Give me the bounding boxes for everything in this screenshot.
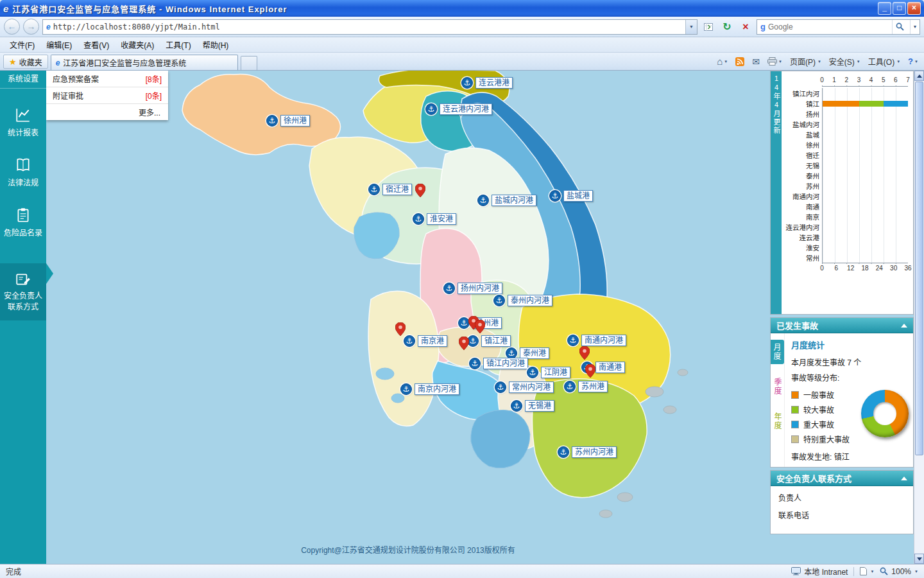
active-tab[interactable]: e 江苏省港口安全监管与应急管理系统 bbox=[51, 55, 238, 70]
menu-item[interactable]: 文件(F) bbox=[4, 37, 40, 52]
accident-location-label: 事故发生地: bbox=[791, 453, 832, 462]
menu-item[interactable]: 编辑(E) bbox=[40, 37, 78, 52]
chart-row: 无锡 bbox=[782, 160, 913, 170]
port-label: 常州内河港 bbox=[509, 381, 554, 393]
sidebar-item-safety-contacts[interactable]: 安全负责人 联系方式 bbox=[0, 263, 46, 320]
toolbar-button[interactable]: 工具(O)▼ bbox=[868, 56, 900, 67]
menu-item[interactable]: 收藏夹(A) bbox=[115, 37, 160, 52]
sidebar-item-system-settings[interactable]: 系统设置 bbox=[0, 71, 46, 89]
anchor-icon: ⚓ bbox=[368, 184, 380, 195]
stop-button[interactable]: × bbox=[738, 19, 753, 35]
url-input[interactable] bbox=[53, 22, 683, 31]
port-marker[interactable]: ⚓南京内河港 bbox=[400, 383, 412, 395]
legend-label: 较大事故 bbox=[803, 404, 834, 415]
back-button[interactable]: ← bbox=[4, 19, 20, 35]
chart-update-label: 14年4月更新 bbox=[771, 71, 782, 314]
port-marker[interactable]: ⚓无锡港 bbox=[511, 400, 522, 412]
forward-button[interactable]: → bbox=[23, 19, 39, 35]
map-area[interactable]: 应急预案备案 [8条] 附证审批 [0条] 更多... ⚓连云港港⚓连云港内河港… bbox=[46, 71, 770, 564]
vertical-scrollbar[interactable] bbox=[914, 71, 924, 564]
contact-panel-header[interactable]: 安全负责人联系方式 bbox=[771, 471, 913, 486]
accident-pin-icon[interactable] bbox=[459, 337, 469, 353]
sidebar-collapse-handle[interactable] bbox=[46, 263, 53, 284]
print-button[interactable]: ▼ bbox=[767, 57, 782, 66]
port-marker[interactable]: ⚓镇江内河港 bbox=[469, 358, 481, 369]
chart-category-label: 连云港 bbox=[782, 232, 822, 242]
search-input[interactable] bbox=[768, 22, 889, 31]
collapse-chevron-icon[interactable] bbox=[901, 477, 907, 480]
scroll-down-button[interactable] bbox=[914, 554, 924, 564]
menu-item[interactable]: 帮助(H) bbox=[197, 37, 235, 52]
port-marker[interactable]: ⚓苏州内河港 bbox=[558, 446, 569, 458]
scrollbar-thumb[interactable] bbox=[915, 82, 923, 455]
sidebar-item-statistics[interactable]: 统计报表 bbox=[0, 107, 46, 137]
toolbar-button[interactable]: 安全(S)▼ bbox=[829, 56, 860, 67]
menu-item[interactable]: 查看(V) bbox=[78, 37, 115, 52]
search-button[interactable] bbox=[892, 20, 907, 34]
feed-button[interactable] bbox=[735, 57, 744, 66]
port-marker[interactable]: ⚓扬州内河港 bbox=[443, 283, 455, 294]
url-dropdown[interactable]: ▼ bbox=[685, 20, 697, 34]
minimize-button[interactable]: _ bbox=[878, 2, 891, 15]
address-bar: ← → e ▼ ↻ × g ▼ bbox=[0, 17, 924, 37]
sidebar-item-dangerous-goods[interactable]: 危险品名录 bbox=[0, 207, 46, 238]
tab-yearly[interactable]: 年度 bbox=[770, 409, 785, 434]
port-marker[interactable]: ⚓盐城港 bbox=[549, 190, 561, 202]
close-button[interactable]: × bbox=[907, 2, 921, 15]
home-button[interactable]: ⌂▼ bbox=[717, 56, 728, 67]
port-marker[interactable]: ⚓宿迁港 bbox=[368, 184, 380, 195]
collapse-chevron-icon[interactable] bbox=[901, 324, 907, 328]
zoom-control[interactable]: 100% ▼ bbox=[880, 567, 918, 576]
toolbar-actions: ⌂▼ ✉ ▼ 页面(P)▼安全(S)▼工具(O)▼ ?▼ bbox=[717, 53, 921, 70]
compatibility-view-button[interactable] bbox=[701, 19, 716, 35]
content-area: 系统设置 统计报表 法律法规 危险品名录 安全负责人 联系方式 bbox=[0, 71, 924, 564]
mail-button[interactable]: ✉ bbox=[752, 57, 760, 67]
page-mode-button[interactable]: ▼ bbox=[860, 567, 874, 575]
quick-row-emergency-plan[interactable]: 应急预案备案 [8条] bbox=[46, 71, 168, 87]
sidebar-item-laws[interactable]: 法律法规 bbox=[0, 157, 46, 188]
chart-rows: 镇江内河镇江扬州盐城内河盐城徐州宿迁无锡泰州苏州南通内河南通南京连云港内河连云港… bbox=[782, 88, 913, 263]
chart-category-label: 淮安 bbox=[782, 243, 822, 252]
chart-axis-line-bottom bbox=[822, 263, 908, 264]
toolbar-button[interactable]: 页面(P)▼ bbox=[790, 56, 821, 67]
accident-pin-icon[interactable] bbox=[475, 320, 485, 336]
tab-monthly[interactable]: 月度 bbox=[771, 340, 784, 364]
quick-row-certificate-approval[interactable]: 附证审批 [0条] bbox=[46, 87, 168, 104]
help-icon: ? bbox=[908, 57, 913, 66]
axis-tick-label: 4 bbox=[869, 76, 873, 83]
port-marker[interactable]: ⚓连云港内河港 bbox=[425, 103, 437, 115]
status-text: 完成 bbox=[6, 566, 21, 577]
accident-pin-icon[interactable] bbox=[579, 346, 590, 362]
scroll-up-button[interactable] bbox=[914, 71, 924, 81]
axis-tick-label: 24 bbox=[876, 265, 883, 272]
accident-pin-icon[interactable] bbox=[585, 364, 595, 380]
port-marker[interactable]: ⚓江阴港 bbox=[527, 367, 538, 378]
search-dropdown[interactable]: ▼ bbox=[910, 20, 920, 34]
port-marker[interactable]: ⚓泰州内河港 bbox=[493, 295, 505, 306]
anchor-icon: ⚓ bbox=[493, 295, 505, 306]
port-marker[interactable]: ⚓南通内河港 bbox=[567, 335, 579, 346]
port-marker[interactable]: ⚓盐城内河港 bbox=[477, 195, 489, 206]
chart-row: 镇江内河 bbox=[782, 88, 913, 98]
zoom-magnifier-icon bbox=[880, 567, 888, 575]
favorites-button[interactable]: ★ 收藏夹 bbox=[3, 55, 48, 69]
accident-pin-icon[interactable] bbox=[395, 322, 406, 338]
port-marker[interactable]: ⚓苏州港 bbox=[564, 381, 576, 392]
port-marker[interactable]: ⚓淮安港 bbox=[413, 213, 424, 225]
tab-quarterly[interactable]: 季度 bbox=[770, 374, 785, 399]
toolbar-button-label: 页面(P) bbox=[790, 56, 816, 67]
magnifier-icon bbox=[896, 22, 904, 31]
menu-item[interactable]: 工具(T) bbox=[160, 37, 196, 52]
port-label: 苏州内河港 bbox=[572, 446, 617, 458]
new-tab-stub[interactable] bbox=[241, 56, 257, 70]
help-button[interactable]: ?▼ bbox=[908, 57, 918, 66]
port-marker[interactable]: ⚓徐州港 bbox=[266, 115, 278, 127]
maximize-button[interactable]: □ bbox=[893, 2, 906, 15]
accident-panel-header[interactable]: 已发生事故 bbox=[771, 318, 913, 333]
port-marker[interactable]: ⚓常州内河港 bbox=[495, 381, 506, 393]
scrollbar-track[interactable] bbox=[914, 81, 924, 554]
refresh-button[interactable]: ↻ bbox=[719, 19, 735, 35]
accident-pin-icon[interactable] bbox=[415, 184, 425, 200]
port-marker[interactable]: ⚓连云港港 bbox=[461, 77, 473, 89]
quick-more-link[interactable]: 更多... bbox=[46, 104, 168, 120]
